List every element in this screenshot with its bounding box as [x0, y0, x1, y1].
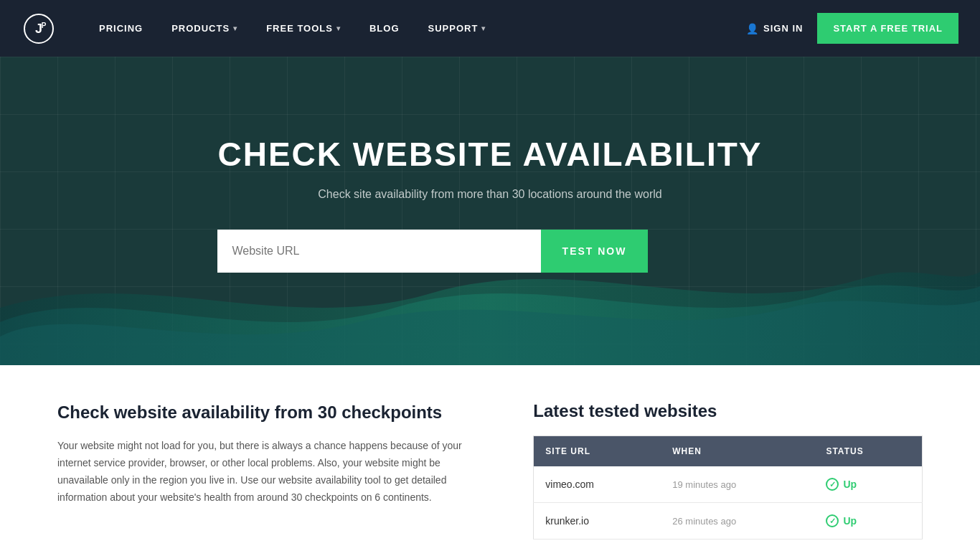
- nav-item-free-tools[interactable]: FREE TOOLS ▾: [252, 16, 355, 41]
- col-header-status: STATUS: [814, 436, 922, 467]
- chevron-down-icon: ▾: [233, 24, 237, 32]
- right-heading: Latest tested websites: [533, 401, 923, 421]
- status-up-icon: ✓: [826, 514, 839, 527]
- cell-status: ✓ Up: [814, 466, 922, 503]
- cell-site-url: vimeo.com: [534, 466, 661, 503]
- left-heading: Check website availability from 30 check…: [57, 401, 490, 423]
- hero-content: CHECK WEBSITE AVAILABILITY Check site av…: [217, 135, 762, 273]
- results-table: SITE URL WHEN STATUS vimeo.com 19 minute…: [533, 435, 923, 540]
- cell-site-url: krunker.io: [534, 503, 661, 540]
- nav-item-products[interactable]: PRODUCTS ▾: [157, 16, 252, 41]
- navbar-right: 👤 SIGN IN START A FREE TRIAL: [746, 13, 958, 44]
- table-row: krunker.io 26 minutes ago ✓ Up: [534, 503, 923, 540]
- cell-status: ✓ Up: [814, 503, 922, 540]
- start-trial-button[interactable]: START A FREE TRIAL: [817, 13, 958, 44]
- right-column: Latest tested websites SITE URL WHEN STA…: [533, 401, 923, 540]
- logo[interactable]: J P: [22, 11, 56, 46]
- col-header-when: WHEN: [661, 436, 814, 467]
- content-section: Check website availability from 30 check…: [0, 365, 980, 551]
- status-label: Up: [843, 479, 857, 490]
- hero-title: CHECK WEBSITE AVAILABILITY: [217, 135, 762, 174]
- left-column: Check website availability from 30 check…: [57, 401, 490, 540]
- url-input[interactable]: [217, 230, 540, 273]
- hero-subtitle: Check site availability from more than 3…: [217, 188, 762, 201]
- cell-when: 19 minutes ago: [661, 466, 814, 503]
- hero-section: CHECK WEBSITE AVAILABILITY Check site av…: [0, 57, 980, 365]
- col-header-site-url: SITE URL: [534, 436, 661, 467]
- sign-in-button[interactable]: 👤 SIGN IN: [746, 23, 803, 34]
- nav-item-pricing[interactable]: PRICING: [85, 16, 157, 41]
- nav-menu: PRICING PRODUCTS ▾ FREE TOOLS ▾ BLOG SUP…: [85, 16, 746, 41]
- status-up-icon: ✓: [826, 478, 839, 491]
- nav-item-support[interactable]: SUPPORT ▾: [414, 16, 501, 41]
- nav-item-blog[interactable]: BLOG: [355, 16, 414, 41]
- svg-text:P: P: [42, 22, 47, 29]
- table-header: SITE URL WHEN STATUS: [534, 436, 923, 467]
- chevron-down-icon: ▾: [481, 24, 486, 32]
- user-icon: 👤: [746, 23, 759, 34]
- table-row: vimeo.com 19 minutes ago ✓ Up: [534, 466, 923, 503]
- chevron-down-icon: ▾: [336, 24, 341, 32]
- status-label: Up: [843, 515, 857, 527]
- cell-when: 26 minutes ago: [661, 503, 814, 540]
- table-body: vimeo.com 19 minutes ago ✓ Up krunker.io…: [534, 466, 923, 540]
- left-body-text: Your website might not load for you, but…: [57, 438, 490, 506]
- navbar: J P PRICING PRODUCTS ▾ FREE TOOLS ▾ BLOG…: [0, 0, 980, 57]
- search-bar: TEST NOW: [217, 230, 648, 273]
- test-now-button[interactable]: TEST NOW: [541, 230, 649, 273]
